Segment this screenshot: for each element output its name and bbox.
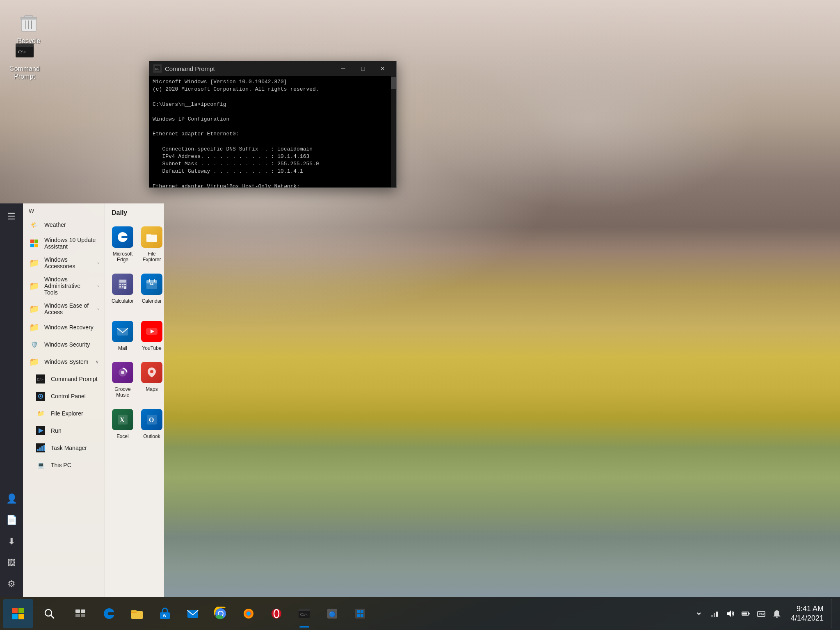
app-item-control-panel[interactable]: Control Panel [23,388,105,405]
app-item-task-manager[interactable]: Task Manager [23,439,105,457]
tray-battery[interactable] [739,607,752,620]
taskbar-opera[interactable] [262,599,290,628]
win-system-label: Windows System [44,358,91,365]
svg-point-81 [247,612,251,616]
svg-text:ENG: ENG [759,613,765,616]
app-item-win-system[interactable]: 📁 Windows System ∨ [23,353,105,370]
sidebar-documents[interactable]: 📄 [2,510,21,530]
task-view-button[interactable] [66,599,95,628]
svg-point-50 [150,370,153,373]
svg-rect-69 [75,614,80,617]
app-item-win10update[interactable]: Windows 10 Update Assistant [23,233,105,253]
app-tile-groove[interactable]: Groove Music [108,357,137,403]
outlook-label: Outlook [143,434,160,439]
tray-volume[interactable] [724,607,737,620]
taskbar-extra1[interactable]: 🔵 [318,599,346,628]
taskbar-edge[interactable] [95,599,123,628]
cmd-minimize-button[interactable]: ─ [334,62,353,75]
app-tile-mail[interactable]: Mail [108,316,137,356]
sidebar-downloads[interactable]: ⬇ [2,532,21,551]
svg-rect-72 [131,610,137,612]
clock-date: 4/14/2021 [791,614,824,623]
app-item-file-explorer-start[interactable]: 📁 File Explorer [23,405,105,422]
taskbar-store[interactable]: W [151,599,179,628]
app-item-run[interactable]: Run [23,422,105,439]
clock-time: 9:41 AM [791,604,824,614]
taskbar-extra2[interactable] [346,599,374,628]
excel-tile-icon: X [112,409,133,430]
search-button[interactable] [33,599,66,628]
app-item-cmd[interactable]: C:\> Command Prompt [23,370,105,388]
cmd-window-title: Command Prompt [165,65,331,72]
win-system-icon: 📁 [29,356,39,367]
taskbar-chrome[interactable] [207,599,235,628]
taskbar-file-explorer[interactable] [123,599,151,628]
app-item-admin-tools[interactable]: 📁 Windows Administrative Tools › [23,273,105,299]
tray-keyboard[interactable]: ENG [755,607,768,620]
show-desktop-button[interactable] [831,599,837,628]
app-tile-maps[interactable]: Maps [138,357,164,403]
app-item-recovery[interactable]: 📁 Windows Recovery [23,319,105,336]
app-item-this-pc[interactable]: 💻 This PC [23,457,105,474]
app-tile-youtube[interactable]: YouTube [138,316,164,356]
svg-text:X: X [120,416,125,423]
recovery-icon: 📁 [29,322,39,333]
edge-tile-icon [112,226,133,248]
app-tile-calculator[interactable]: Calculator [108,269,137,315]
sidebar-settings[interactable]: ⚙ [2,574,21,594]
sidebar-hamburger[interactable]: ☰ [2,207,21,226]
tray-chevron[interactable] [692,607,705,620]
tray-notification[interactable] [770,607,783,620]
sidebar-user[interactable]: 👤 [2,489,21,509]
admin-tools-icon: 📁 [29,281,39,291]
cmd-titlebar-icon: C:\ [153,64,162,73]
cmd-scrollbar[interactable] [391,76,396,187]
taskbar-mail[interactable] [179,599,207,628]
cmd-output[interactable]: Microsoft Windows [Version 10.0.19042.87… [149,76,396,187]
svg-rect-67 [75,609,80,613]
hamburger-icon: ☰ [7,211,16,222]
svg-point-82 [272,609,281,619]
taskbar-firefox[interactable] [235,599,262,628]
settings-icon: ⚙ [7,579,16,589]
svg-rect-63 [12,614,18,619]
photos-icon: 🖼 [7,558,16,568]
accessories-icon: 📁 [29,258,39,268]
admin-tools-label: Windows Administrative Tools [44,276,92,296]
app-tile-calendar[interactable]: 14 Calendar [138,269,164,315]
sidebar-photos[interactable]: 🖼 [2,553,21,573]
youtube-tile-icon [141,321,162,342]
svg-rect-85 [299,609,310,611]
app-item-ease-access[interactable]: 📁 Windows Ease of Access › [23,299,105,319]
maps-tile-icon [141,362,162,383]
app-item-weather[interactable]: 🌤️ Weather [23,216,105,233]
app-item-security[interactable]: 🛡️ Windows Security [23,336,105,353]
app-tile-excel[interactable]: X Excel [108,404,137,444]
taskbar-cmd[interactable]: C:\>_ [290,599,318,628]
security-label: Windows Security [44,341,99,348]
app-tile-outlook[interactable]: O Outlook [138,404,164,444]
svg-text:14: 14 [149,282,153,286]
start-section-header: W [23,203,105,216]
desktop-icon-cmd[interactable]: C:\>_ Command Prompt [4,36,45,84]
cmd-close-button[interactable]: ✕ [373,62,392,75]
svg-rect-25 [41,446,43,451]
app-item-accessories[interactable]: 📁 Windows Accessories › [23,253,105,273]
system-tray: ENG 9:41 AM 4/14/2021 [692,599,837,628]
svg-rect-37 [124,286,126,289]
app-tile-file-explorer[interactable]: File Explorer [138,221,164,268]
svg-marker-97 [727,610,731,617]
start-menu: ☰ 👤 📄 ⬇ 🖼 ⚙ W 🌤️ Weather [0,203,164,597]
cmd-maximize-button[interactable]: □ [354,62,372,75]
system-clock[interactable]: 9:41 AM 4/14/2021 [786,604,829,623]
admin-tools-chevron: › [97,283,99,288]
this-pc-label: This PC [51,462,99,468]
cmd-icon: C:\>_ [13,39,36,62]
svg-rect-94 [711,615,713,617]
start-button[interactable] [3,599,33,628]
task-manager-icon [35,443,46,453]
app-tile-edge[interactable]: Microsoft Edge [108,221,137,268]
win10-icon [29,238,39,249]
tray-network[interactable] [708,607,721,620]
daily-header: Daily [105,203,164,220]
